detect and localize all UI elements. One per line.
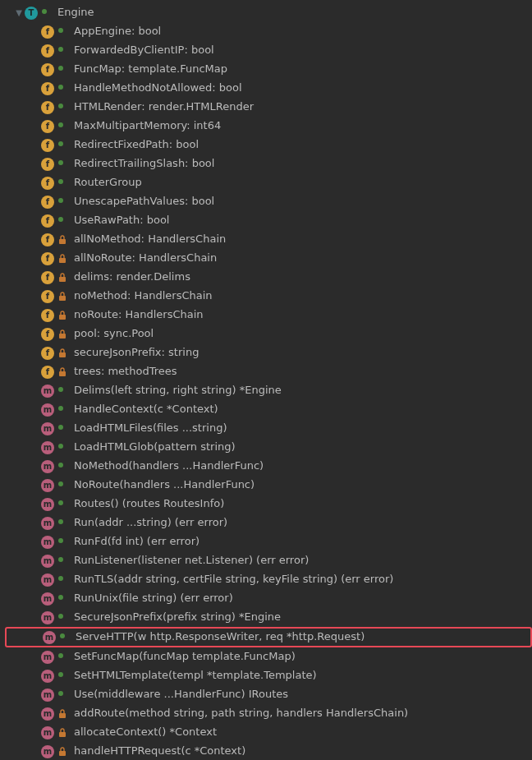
tree-member-row[interactable]: maddRoute(method string, path string, ha… <box>5 704 532 723</box>
tree-member-row[interactable]: fallNoRoute: HandlersChain <box>5 249 532 268</box>
member-label: MaxMultipartMemory: int64 <box>74 118 221 133</box>
tree-root-row[interactable]: ▼ T Engine <box>5 3 532 22</box>
field-icon: f <box>41 328 54 341</box>
member-label: SetHTMLTemplate(templ *template.Template… <box>74 668 317 683</box>
field-icon: f <box>41 214 54 228</box>
svg-point-26 <box>58 500 63 505</box>
tree-member-row[interactable]: mNoMethod(handlers ...HandlerFunc) <box>5 457 532 476</box>
tree-member-row[interactable]: mRunFd(fd int) (err error) <box>5 532 532 551</box>
structure-tree: ▼ T Engine fAppEngine: boolfForwardedByC… <box>0 3 532 760</box>
lock-icon <box>57 747 72 757</box>
tree-member-row[interactable]: mLoadHTMLGlob(pattern string) <box>5 438 532 457</box>
public-badge-icon <box>57 140 72 150</box>
public-badge-icon <box>57 159 72 169</box>
tree-member-row[interactable]: mNoRoute(handlers ...HandlerFunc) <box>5 476 532 495</box>
member-label: RunTLS(addr string, certFile string, key… <box>74 572 393 587</box>
public-badge-icon <box>57 575 72 585</box>
member-label: RouterGroup <box>74 175 142 190</box>
svg-point-33 <box>60 633 65 638</box>
tree-member-row[interactable]: fFuncMap: template.FuncMap <box>5 60 532 79</box>
members-container: fAppEngine: boolfForwardedByClientIP: bo… <box>5 22 532 760</box>
lock-icon <box>57 273 72 283</box>
tree-member-row[interactable]: mRunListener(listener net.Listener) (err… <box>5 551 532 570</box>
tree-member-row[interactable]: mallocateContext() *Context <box>5 723 532 742</box>
svg-point-0 <box>42 9 47 14</box>
public-badge-icon <box>57 84 72 94</box>
svg-rect-13 <box>59 258 66 263</box>
field-icon: f <box>41 101 54 114</box>
field-icon: f <box>41 252 54 265</box>
tree-member-row[interactable]: fHandleMethodNotAllowed: bool <box>5 79 532 98</box>
tree-member-row[interactable]: mLoadHTMLFiles(files ...string) <box>5 419 532 438</box>
field-icon: f <box>41 347 54 360</box>
member-label: Run(addr ...string) (err error) <box>74 515 227 530</box>
public-badge-icon <box>57 122 72 131</box>
tree-member-row[interactable]: mRun(addr ...string) (err error) <box>5 514 532 532</box>
tree-member-row[interactable]: mhandleHTTPRequest(c *Context) <box>5 742 532 760</box>
svg-point-2 <box>58 47 63 52</box>
lock-icon <box>57 367 72 377</box>
public-badge-icon <box>57 481 72 491</box>
svg-rect-12 <box>59 239 66 244</box>
member-label: NoRoute(handlers ...HandlerFunc) <box>74 477 255 492</box>
method-icon: m <box>41 517 54 530</box>
tree-member-row[interactable]: fRouterGroup <box>5 173 532 192</box>
svg-rect-14 <box>59 277 66 282</box>
tree-member-row[interactable]: ftrees: methodTrees <box>5 362 532 381</box>
tree-member-row[interactable]: fUnescapePathValues: bool <box>5 192 532 211</box>
svg-point-5 <box>58 104 63 108</box>
tree-member-row[interactable]: fAppEngine: bool <box>5 22 532 41</box>
tree-member-row[interactable]: fpool: sync.Pool <box>5 325 532 343</box>
svg-rect-16 <box>59 315 66 320</box>
expand-arrow-icon[interactable]: ▼ <box>13 7 25 19</box>
svg-rect-19 <box>59 371 66 376</box>
field-icon: f <box>41 139 54 152</box>
public-badge-icon <box>57 386 72 396</box>
svg-rect-37 <box>59 713 66 718</box>
tree-member-row[interactable]: fallNoMethod: HandlersChain <box>5 230 532 249</box>
tree-member-row[interactable]: mDelims(left string, right string) *Engi… <box>5 381 532 400</box>
member-label: Routes() (routes RoutesInfo) <box>74 496 224 511</box>
tree-member-row[interactable]: fnoRoute: HandlersChain <box>5 306 532 325</box>
method-icon: m <box>41 745 54 758</box>
method-icon: m <box>41 592 54 606</box>
tree-member-row[interactable]: fnoMethod: HandlersChain <box>5 287 532 306</box>
tree-member-row[interactable]: mSetFuncMap(funcMap template.FuncMap) <box>5 647 532 666</box>
public-badge-icon <box>57 613 72 623</box>
tree-member-row[interactable]: fRedirectFixedPath: bool <box>5 136 532 154</box>
tree-member-row[interactable]: fHTMLRender: render.HTMLRender <box>5 98 532 117</box>
public-badge-icon <box>41 8 56 18</box>
tree-member-row[interactable]: mRunUnix(file string) (err error) <box>5 589 532 608</box>
method-icon: m <box>41 385 54 398</box>
tree-member-row[interactable]: fRedirectTrailingSlash: bool <box>5 154 532 173</box>
tree-member-row[interactable]: mUse(middleware ...HandlerFunc) IRoutes <box>5 685 532 704</box>
tree-member-row[interactable]: fdelims: render.Delims <box>5 268 532 287</box>
svg-point-31 <box>58 595 63 600</box>
public-badge-icon <box>57 443 72 453</box>
svg-point-34 <box>58 653 63 658</box>
tree-member-row[interactable]: fMaxMultipartMemory: int64 <box>5 117 532 136</box>
svg-point-23 <box>58 444 63 449</box>
tree-member-row[interactable]: mRoutes() (routes RoutesInfo) <box>5 495 532 514</box>
method-icon: m <box>43 631 56 644</box>
method-icon: m <box>41 422 54 435</box>
member-label: allNoRoute: HandlersChain <box>74 251 217 265</box>
tree-member-row[interactable]: mHandleContext(c *Context) <box>5 400 532 419</box>
svg-point-27 <box>58 519 63 524</box>
tree-member-row[interactable]: fsecureJsonPrefix: string <box>5 343 532 362</box>
member-label: RunFd(fd int) (err error) <box>74 534 200 549</box>
member-label: Use(middleware ...HandlerFunc) IRoutes <box>74 687 288 702</box>
tree-member-row[interactable]: mServeHTTP(w http.ResponseWriter, req *h… <box>5 627 532 647</box>
svg-point-9 <box>58 179 63 184</box>
tree-member-row[interactable]: fUseRawPath: bool <box>5 211 532 230</box>
tree-member-row[interactable]: fForwardedByClientIP: bool <box>5 41 532 60</box>
member-label: allNoMethod: HandlersChain <box>74 232 226 246</box>
tree-member-row[interactable]: mRunTLS(addr string, certFile string, ke… <box>5 570 532 589</box>
tree-member-row[interactable]: mSetHTMLTemplate(templ *template.Templat… <box>5 666 532 685</box>
svg-point-36 <box>58 691 63 696</box>
member-label: allocateContext() *Context <box>74 725 217 739</box>
svg-rect-15 <box>59 296 66 301</box>
svg-rect-38 <box>59 732 66 737</box>
tree-member-row[interactable]: mSecureJsonPrefix(prefix string) *Engine <box>5 608 532 627</box>
field-icon: f <box>41 290 54 303</box>
